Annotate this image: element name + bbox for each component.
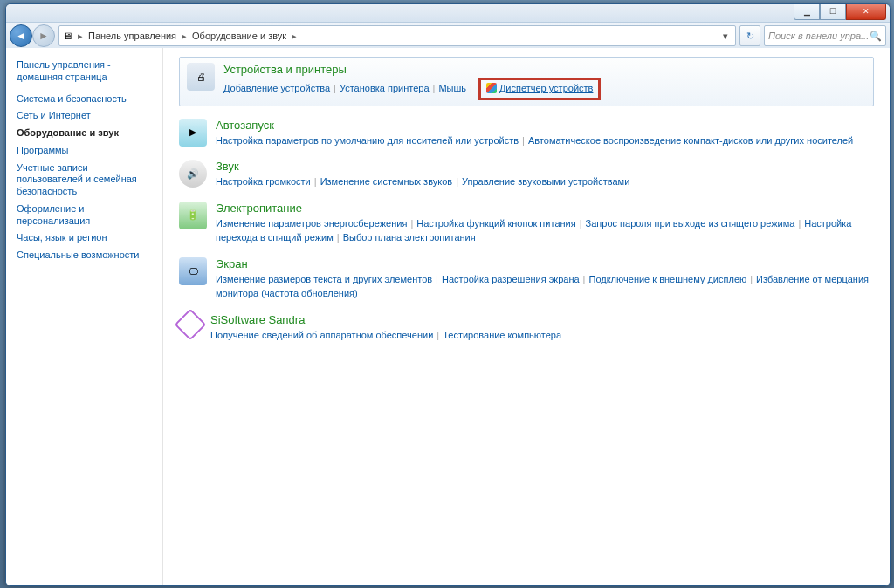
search-icon[interactable]: 🔍 [870, 31, 882, 42]
sidebar-item[interactable]: Сеть и Интернет [17, 107, 152, 125]
address-dropdown[interactable]: ▾ [719, 31, 732, 42]
printer-icon: 🖨 [187, 63, 215, 91]
highlighted-task: Диспетчер устройств [478, 78, 602, 100]
sidebar-item[interactable]: Система и безопасность [17, 91, 152, 108]
back-button[interactable]: ◄ [10, 24, 32, 47]
task-link[interactable]: Мышь [438, 83, 466, 93]
chevron-right-icon[interactable]: ▸ [76, 31, 85, 42]
screen-icon: 🖵 [179, 257, 207, 285]
sound-icon: 🔊 [179, 160, 207, 188]
sidebar-item[interactable]: Оборудование и звук [17, 125, 152, 142]
task-link[interactable]: Установка принтера [340, 83, 430, 93]
forward-button[interactable]: ► [32, 24, 55, 47]
sandra-icon [175, 308, 207, 340]
breadcrumb-root[interactable]: Панель управления [88, 31, 176, 41]
sidebar-item[interactable]: Программы [17, 142, 152, 160]
task-link[interactable]: Выбор плана электропитания [343, 232, 476, 243]
sidebar: Панель управления - домашняя страница Си… [6, 48, 163, 585]
task-link[interactable]: Автоматическое воспроизведение компакт-д… [528, 135, 853, 146]
maximize-button[interactable]: ☐ [820, 3, 846, 20]
task-list: Добавление устройства|Установка принтера… [224, 78, 866, 100]
category: SiSoftware SandraПолучение сведений об а… [179, 313, 874, 343]
content-area: 🖨Устройства и принтерыДобавление устройс… [163, 48, 890, 585]
task-list: Настройка параметров по умолчанию для но… [216, 133, 874, 148]
minimize-button[interactable]: ▁ [794, 3, 820, 20]
task-link[interactable]: Запрос пароля при выходе из спящего режи… [586, 218, 795, 229]
task-link[interactable]: Изменение размеров текста и других элеме… [216, 274, 432, 284]
category: 🔋ЭлектропитаниеИзменение параметров энер… [179, 202, 874, 245]
task-link-device-manager[interactable]: Диспетчер устройств [499, 83, 594, 93]
control-panel-icon: 🖥 [63, 31, 72, 41]
task-list: Получение сведений об аппаратном обеспеч… [210, 328, 874, 343]
power-icon: 🔋 [179, 202, 207, 229]
task-link[interactable]: Настройка громкости [216, 176, 311, 187]
category-title[interactable]: Экран [216, 257, 874, 270]
close-button[interactable]: ✕ [846, 3, 886, 20]
breadcrumb-section[interactable]: Оборудование и звук [192, 31, 286, 41]
address-bar[interactable]: 🖥 ▸ Панель управления ▸ Оборудование и з… [58, 25, 736, 46]
task-link[interactable]: Управление звуковыми устройствами [462, 176, 629, 187]
task-link[interactable]: Настройка функций кнопок питания [416, 218, 575, 229]
sidebar-item[interactable]: Оформление и персонализация [17, 201, 152, 230]
task-link[interactable]: Добавление устройства [224, 83, 330, 93]
task-link[interactable]: Тестирование компьютера [443, 330, 561, 340]
category-title[interactable]: SiSoftware Sandra [210, 313, 874, 326]
sidebar-home-link[interactable]: Панель управления - домашняя страница [17, 57, 152, 91]
task-link[interactable]: Получение сведений об аппаратном обеспеч… [210, 330, 433, 340]
category-title[interactable]: Устройства и принтеры [224, 63, 866, 76]
titlebar[interactable]: ▁ ☐ ✕ [6, 4, 890, 23]
chevron-right-icon[interactable]: ▸ [290, 31, 299, 42]
control-panel-window: ▁ ☐ ✕ ◄ ► 🖥 ▸ Панель управления ▸ Оборуд… [5, 3, 891, 586]
refresh-button[interactable]: ↻ [739, 25, 760, 46]
task-link[interactable]: Изменение параметров энергосбережения [216, 218, 407, 229]
task-list: Изменение параметров энергосбережения|На… [216, 216, 874, 245]
task-link[interactable]: Настройка разрешения экрана [442, 274, 580, 284]
navbar: ◄ ► 🖥 ▸ Панель управления ▸ Оборудование… [6, 23, 890, 50]
category: ▶АвтозапускНастройка параметров по умолч… [179, 119, 874, 148]
shield-icon [486, 83, 497, 93]
task-link[interactable]: Подключение к внешнему дисплею [588, 274, 746, 284]
auto-icon: ▶ [179, 119, 207, 147]
sidebar-item[interactable]: Специальные возможности [17, 247, 152, 264]
search-input[interactable]: Поиск в панели упра... 🔍 [764, 25, 886, 46]
task-link[interactable]: Изменение системных звуков [320, 176, 453, 187]
sidebar-item[interactable]: Учетные записи пользователей и семейная … [17, 160, 152, 201]
category-title[interactable]: Звук [216, 160, 874, 173]
search-placeholder: Поиск в панели упра... [768, 31, 869, 41]
task-list: Настройка громкости|Изменение системных … [216, 174, 874, 189]
category-title[interactable]: Автозапуск [216, 119, 874, 132]
chevron-right-icon[interactable]: ▸ [180, 31, 189, 42]
category: 🖨Устройства и принтерыДобавление устройс… [187, 63, 866, 100]
category: 🔊ЗвукНастройка громкости|Изменение систе… [179, 160, 874, 189]
task-list: Изменение размеров текста и других элеме… [216, 272, 874, 301]
category: 🖵ЭкранИзменение размеров текста и других… [179, 257, 874, 301]
task-link[interactable]: Настройка параметров по умолчанию для но… [216, 135, 519, 146]
category-title[interactable]: Электропитание [216, 202, 874, 215]
sidebar-item[interactable]: Часы, язык и регион [17, 229, 152, 247]
